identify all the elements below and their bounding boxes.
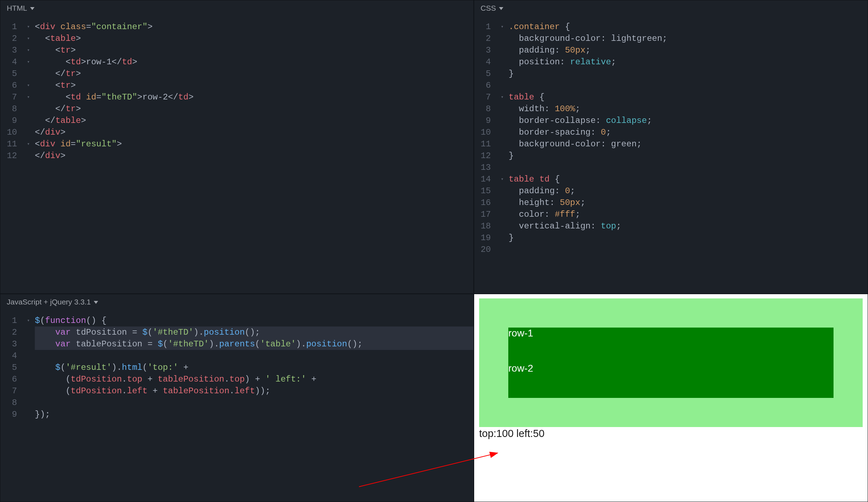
code-line[interactable]: }); bbox=[35, 409, 473, 420]
code-line[interactable]: } bbox=[509, 68, 868, 80]
code-line[interactable]: background-color: lightgreen; bbox=[509, 33, 868, 44]
code-fold-icon bbox=[27, 409, 35, 420]
line-number: 5 bbox=[474, 68, 491, 80]
code-fold-icon[interactable]: ▾ bbox=[501, 91, 509, 103]
code-fold-icon bbox=[501, 80, 509, 91]
line-number: 1 bbox=[0, 315, 17, 326]
line-number: 3 bbox=[474, 44, 491, 56]
code-fold-icon bbox=[501, 126, 509, 138]
line-number: 12 bbox=[474, 150, 491, 162]
css-editor[interactable]: 1234567891011121314151617181920 ▾▾▾ .con… bbox=[474, 16, 868, 293]
line-number: 2 bbox=[474, 33, 491, 44]
code-line[interactable]: <tr> bbox=[35, 44, 473, 56]
line-number: 13 bbox=[474, 162, 491, 173]
code-line[interactable]: height: 50px; bbox=[509, 197, 868, 209]
line-number: 9 bbox=[0, 115, 17, 126]
line-number: 6 bbox=[0, 373, 17, 385]
code-fold-icon bbox=[27, 126, 35, 138]
code-fold-icon[interactable]: ▾ bbox=[27, 138, 35, 150]
code-line[interactable]: (tdPosition.left + tablePosition.left)); bbox=[35, 385, 473, 397]
line-number: 8 bbox=[0, 103, 17, 115]
code-fold-icon[interactable]: ▾ bbox=[501, 173, 509, 185]
chevron-down-icon: ▼ bbox=[498, 5, 505, 11]
code-fold-icon[interactable]: ▾ bbox=[27, 33, 35, 44]
line-number: 8 bbox=[0, 397, 17, 409]
code-line[interactable]: (tdPosition.top + tablePosition.top) + '… bbox=[35, 373, 473, 385]
html-pane: HTML ▼ 123456789101112 ▾▾▾▾▾▾▾ <div clas… bbox=[0, 0, 474, 294]
code-line[interactable]: <td>row-1</td> bbox=[35, 56, 473, 68]
line-number: 2 bbox=[0, 326, 17, 338]
preview-container: row-1 row-2 bbox=[479, 298, 863, 427]
code-line[interactable]: border-spacing: 0; bbox=[509, 126, 868, 138]
js-pane-header[interactable]: JavaScript + jQuery 3.3.1 ▼ bbox=[0, 294, 473, 310]
css-pane-header[interactable]: CSS ▼ bbox=[474, 0, 868, 16]
js-editor[interactable]: 123456789 ▾ $(function() { var tdPositio… bbox=[0, 310, 473, 502]
line-number: 4 bbox=[474, 56, 491, 68]
code-fold-icon bbox=[501, 68, 509, 80]
code-line[interactable]: background-color: green; bbox=[509, 138, 868, 150]
code-line[interactable]: .container { bbox=[509, 21, 868, 33]
code-fold-icon[interactable]: ▾ bbox=[27, 315, 35, 326]
code-fold-icon[interactable]: ▾ bbox=[27, 21, 35, 33]
code-line[interactable] bbox=[35, 350, 473, 362]
html-pane-header[interactable]: HTML ▼ bbox=[0, 0, 473, 16]
code-line[interactable]: </table> bbox=[35, 115, 473, 126]
code-fold-icon bbox=[501, 33, 509, 44]
line-number: 1 bbox=[0, 21, 17, 33]
code-fold-icon[interactable]: ▾ bbox=[501, 21, 509, 33]
code-line[interactable]: color: #fff; bbox=[509, 209, 868, 220]
code-fold-icon bbox=[27, 68, 35, 80]
code-line[interactable]: </div> bbox=[35, 126, 473, 138]
code-line[interactable]: <table> bbox=[35, 33, 473, 44]
code-line[interactable]: border-collapse: collapse; bbox=[509, 115, 868, 126]
code-line[interactable]: padding: 0; bbox=[509, 185, 868, 197]
chevron-down-icon: ▼ bbox=[92, 299, 100, 305]
code-fold-icon[interactable]: ▾ bbox=[27, 56, 35, 68]
line-number: 12 bbox=[0, 150, 17, 162]
code-line[interactable]: <div class="container"> bbox=[35, 21, 473, 33]
line-number: 11 bbox=[0, 138, 17, 150]
code-line[interactable] bbox=[509, 80, 868, 91]
code-line[interactable]: <div id="result"> bbox=[35, 138, 473, 150]
code-line[interactable]: var tablePosition = $('#theTD').parents(… bbox=[35, 338, 473, 350]
code-line[interactable]: <td id="theTD">row-2</td> bbox=[35, 91, 473, 103]
code-line[interactable]: <tr> bbox=[35, 80, 473, 91]
code-line[interactable]: </tr> bbox=[35, 68, 473, 80]
code-line[interactable]: var tdPosition = $('#theTD').position(); bbox=[35, 326, 473, 338]
js-pane: JavaScript + jQuery 3.3.1 ▼ 123456789 ▾ … bbox=[0, 294, 474, 502]
code-fold-icon bbox=[501, 244, 509, 255]
code-line[interactable]: table { bbox=[509, 91, 868, 103]
line-number: 3 bbox=[0, 44, 17, 56]
html-editor[interactable]: 123456789101112 ▾▾▾▾▾▾▾ <div class="cont… bbox=[0, 16, 473, 293]
code-line[interactable]: $(function() { bbox=[35, 315, 473, 326]
line-number: 18 bbox=[474, 220, 491, 232]
line-number: 5 bbox=[0, 362, 17, 373]
code-line[interactable] bbox=[509, 162, 868, 173]
code-line[interactable]: width: 100%; bbox=[509, 103, 868, 115]
code-line[interactable]: position: relative; bbox=[509, 56, 868, 68]
line-number: 20 bbox=[474, 244, 491, 255]
code-line[interactable]: } bbox=[509, 150, 868, 162]
code-line[interactable]: vertical-align: top; bbox=[509, 220, 868, 232]
code-line[interactable]: </div> bbox=[35, 150, 473, 162]
preview-pane: row-1 row-2 top:100 left:50 bbox=[474, 294, 868, 502]
code-line[interactable] bbox=[509, 244, 868, 255]
code-line[interactable]: table td { bbox=[509, 173, 868, 185]
code-fold-icon bbox=[27, 338, 35, 350]
code-line[interactable]: } bbox=[509, 232, 868, 244]
code-line[interactable]: $('#result').html('top:' + bbox=[35, 362, 473, 373]
code-fold-icon[interactable]: ▾ bbox=[27, 91, 35, 103]
html-pane-title: HTML bbox=[7, 4, 27, 12]
code-line[interactable]: padding: 50px; bbox=[509, 44, 868, 56]
line-number: 16 bbox=[474, 197, 491, 209]
code-fold-icon bbox=[27, 350, 35, 362]
code-fold-icon bbox=[501, 138, 509, 150]
code-fold-icon bbox=[501, 103, 509, 115]
table-row: row-1 bbox=[508, 328, 834, 363]
line-number: 7 bbox=[0, 91, 17, 103]
code-line[interactable] bbox=[35, 397, 473, 409]
code-fold-icon[interactable]: ▾ bbox=[27, 44, 35, 56]
line-number: 10 bbox=[474, 126, 491, 138]
code-line[interactable]: </tr> bbox=[35, 103, 473, 115]
code-fold-icon[interactable]: ▾ bbox=[27, 80, 35, 91]
